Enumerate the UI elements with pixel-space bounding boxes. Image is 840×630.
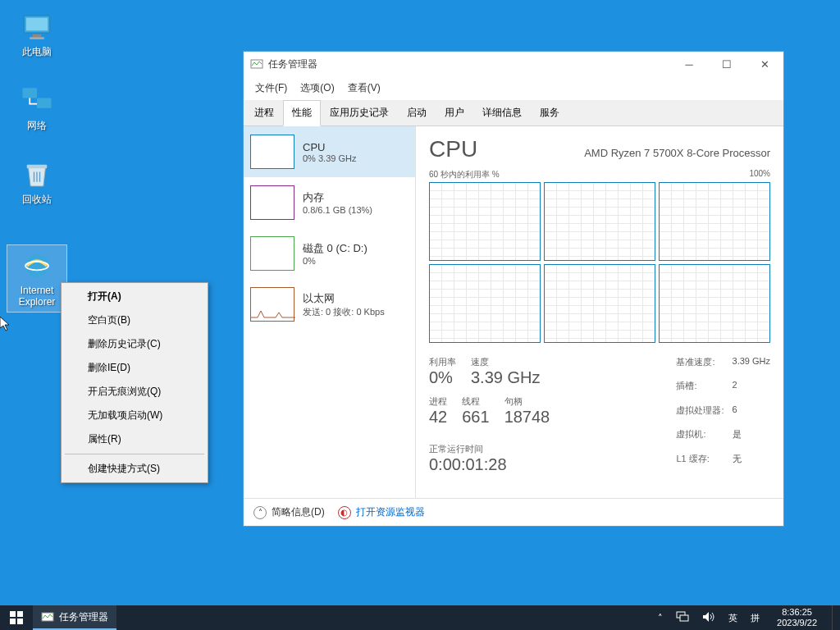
tray-volume-icon[interactable]	[700, 611, 718, 624]
mini-graph-memory	[250, 185, 294, 220]
graph-label-left: 60 秒内的利用率 %	[429, 169, 500, 180]
desktop-icon-this-pc[interactable]: 此电脑	[7, 7, 67, 61]
sidebar-sub: 0%	[303, 256, 368, 266]
ctx-properties[interactable]: 属性(R)	[63, 427, 206, 451]
chevron-up-icon: ˄	[253, 506, 267, 519]
uptime-label: 正常运行时间	[429, 443, 550, 455]
minimize-button[interactable]: ─	[670, 52, 708, 76]
tray-network-icon[interactable]	[673, 611, 692, 624]
sidebar-title: 内存	[303, 190, 372, 205]
mini-graph-cpu	[250, 135, 294, 169]
resmon-icon: ◐	[338, 506, 351, 519]
tab-processes[interactable]: 进程	[245, 100, 283, 126]
detail-key: 基准速度:	[676, 356, 724, 377]
menu-options[interactable]: 选项(O)	[294, 78, 340, 98]
start-button[interactable]	[0, 605, 33, 630]
taskbar: 任务管理器 ˄ 英 拼 8:36:25 2023/9/22	[0, 605, 840, 630]
core-graph	[659, 264, 770, 343]
detail-key: 虚拟机:	[676, 428, 724, 450]
window-title: 任务管理器	[268, 57, 670, 71]
pc-icon	[20, 10, 54, 44]
detail-val: 无	[733, 453, 770, 474]
fewer-details-button[interactable]: ˄ 简略信息(D)	[253, 505, 325, 519]
cpu-core-grid	[429, 182, 770, 343]
sidebar-title: CPU	[303, 141, 356, 153]
ctx-delete-ie[interactable]: 删除IE(D)	[63, 356, 206, 380]
desktop-icon-ie[interactable]: Internet Explorer	[7, 244, 67, 313]
stat-value-speed: 3.39 GHz	[471, 368, 540, 387]
desktop-icon-label: 网络	[27, 120, 47, 131]
core-graph	[544, 182, 655, 261]
core-graph	[429, 182, 541, 261]
taskbar-item-taskmgr[interactable]: 任务管理器	[33, 605, 116, 630]
sidebar-item-ethernet[interactable]: 以太网 发送: 0 接收: 0 Kbps	[244, 279, 415, 330]
desktop-icon-network[interactable]: 网络	[7, 80, 67, 135]
context-menu: 打开(A) 空白页(B) 删除历史记录(C) 删除IE(D) 开启无痕浏览(Q)…	[61, 282, 208, 483]
svg-rect-6	[27, 165, 48, 168]
uptime-value: 0:00:01:28	[429, 455, 550, 474]
taskmgr-icon	[250, 57, 263, 71]
menu-file[interactable]: 文件(F)	[249, 78, 294, 98]
sidebar-item-disk[interactable]: 磁盘 0 (C: D:) 0%	[244, 228, 415, 279]
stat-label: 利用率	[429, 356, 456, 368]
svg-rect-2	[33, 34, 42, 38]
tab-app-history[interactable]: 应用历史记录	[321, 100, 398, 126]
separator	[65, 454, 204, 454]
tab-details[interactable]: 详细信息	[473, 100, 531, 126]
sidebar-title: 磁盘 0 (C: D:)	[303, 241, 368, 256]
ctx-blank-page[interactable]: 空白页(B)	[63, 308, 206, 332]
show-desktop-button[interactable]	[832, 605, 837, 630]
tab-performance[interactable]: 性能	[283, 100, 321, 126]
core-graph	[544, 264, 655, 343]
tray-ime-2[interactable]: 拼	[748, 612, 762, 624]
ctx-delete-history[interactable]: 删除历史记录(C)	[63, 332, 206, 356]
ctx-open[interactable]: 打开(A)	[63, 285, 206, 308]
stat-label: 速度	[471, 356, 540, 368]
footer: ˄ 简略信息(D) ◐ 打开资源监视器	[244, 498, 783, 526]
tray-chevron-icon[interactable]: ˄	[655, 613, 665, 623]
maximize-button[interactable]: ☐	[708, 52, 746, 76]
svg-rect-16	[680, 615, 688, 621]
desktop-icon-recycle-bin[interactable]: 回收站	[7, 154, 67, 208]
main-title: CPU	[429, 136, 477, 162]
mini-graph-disk	[250, 236, 294, 271]
mini-graph-ethernet	[250, 287, 294, 322]
desktop-icon-label: 此电脑	[22, 46, 52, 57]
desktop-icon-label: 回收站	[22, 194, 52, 205]
tab-users[interactable]: 用户	[436, 100, 473, 126]
network-icon	[20, 84, 54, 118]
detail-key: 虚拟处理器:	[676, 404, 724, 426]
ie-icon	[20, 249, 54, 283]
stat-label: 线程	[462, 395, 489, 408]
ctx-no-addons[interactable]: 无加载项启动(W)	[63, 404, 206, 427]
detail-val: 3.39 GHz	[733, 356, 770, 377]
sidebar: CPU 0% 3.39 GHz 内存 0.8/6.1 GB (13%) 磁盘 0…	[244, 126, 416, 498]
sidebar-item-cpu[interactable]: CPU 0% 3.39 GHz	[244, 126, 415, 177]
close-button[interactable]: ✕	[746, 52, 783, 76]
detail-val: 6	[733, 404, 770, 426]
menu-view[interactable]: 查看(V)	[341, 78, 387, 98]
detail-val: 是	[733, 428, 770, 450]
sidebar-sub: 发送: 0 接收: 0 Kbps	[303, 306, 385, 318]
tab-services[interactable]: 服务	[531, 100, 568, 126]
tray-ime-1[interactable]: 英	[726, 612, 740, 624]
svg-rect-4	[23, 88, 38, 98]
tray-clock[interactable]: 8:36:25 2023/9/22	[770, 607, 824, 628]
open-resmon-link[interactable]: ◐ 打开资源监视器	[338, 505, 425, 519]
core-graph	[659, 182, 770, 261]
stat-value-utilization: 0%	[429, 368, 456, 387]
ctx-create-shortcut[interactable]: 创建快捷方式(S)	[63, 457, 206, 481]
tab-startup[interactable]: 启动	[398, 100, 436, 126]
sidebar-title: 以太网	[303, 291, 385, 306]
fewer-details-label: 简略信息(D)	[272, 505, 325, 519]
sidebar-sub: 0.8/6.1 GB (13%)	[303, 205, 372, 215]
sidebar-sub: 0% 3.39 GHz	[303, 153, 356, 163]
cursor-icon	[0, 317, 13, 336]
ctx-inprivate[interactable]: 开启无痕浏览(Q)	[63, 380, 206, 404]
svg-rect-1	[26, 18, 48, 31]
titlebar[interactable]: 任务管理器 ─ ☐ ✕	[244, 52, 783, 76]
desktop-icon-label: Internet Explorer	[11, 285, 63, 308]
svg-rect-5	[37, 98, 52, 108]
detail-key: 插槽:	[676, 380, 724, 401]
sidebar-item-memory[interactable]: 内存 0.8/6.1 GB (13%)	[244, 177, 415, 228]
